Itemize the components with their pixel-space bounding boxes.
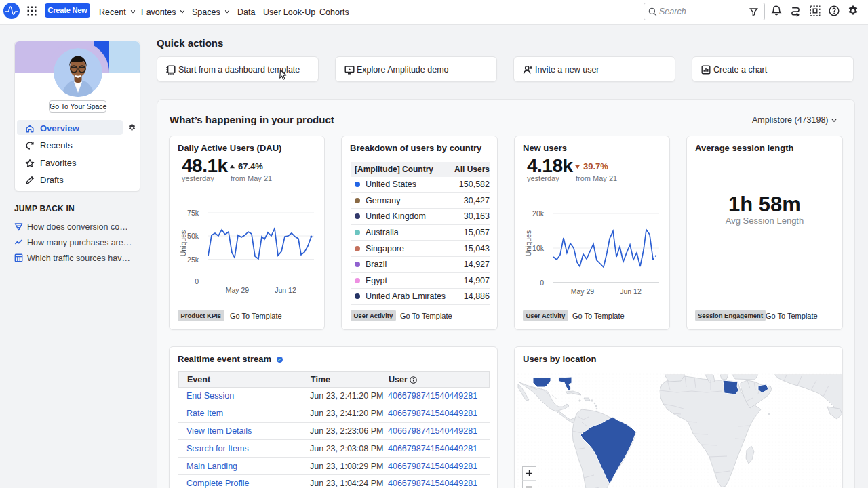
svg-text:Uniques: Uniques <box>524 230 532 257</box>
svg-text:20k: 20k <box>532 209 545 218</box>
svg-text:Jun 12: Jun 12 <box>620 287 642 296</box>
svg-text:May 29: May 29 <box>226 286 250 294</box>
svg-text:25k: 25k <box>187 256 199 264</box>
svg-text:0: 0 <box>195 277 199 285</box>
svg-text:May 29: May 29 <box>571 287 595 296</box>
svg-text:10k: 10k <box>532 244 545 252</box>
svg-text:0: 0 <box>540 279 544 287</box>
svg-text:50k: 50k <box>187 232 199 240</box>
svg-text:Uniques: Uniques <box>179 230 187 257</box>
svg-text:75k: 75k <box>187 209 199 217</box>
svg-text:Jun 12: Jun 12 <box>275 286 296 294</box>
